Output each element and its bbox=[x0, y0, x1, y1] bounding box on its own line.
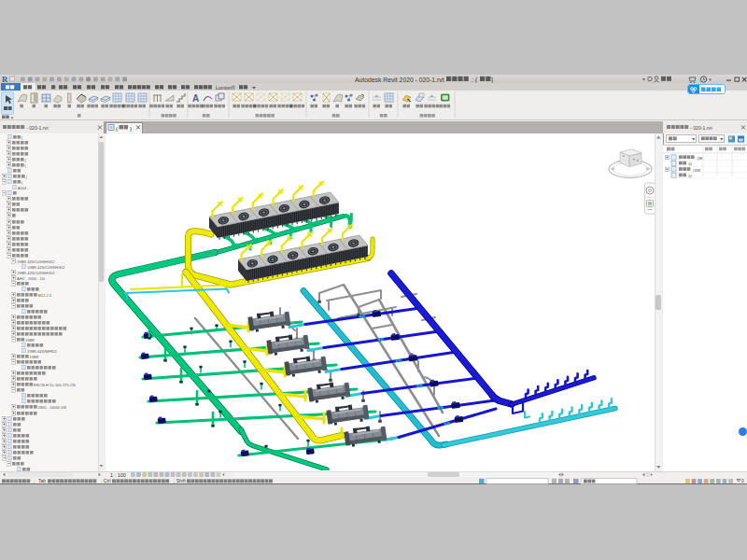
svg-text:(38: (38 bbox=[697, 156, 703, 161]
svg-text:;: ; bbox=[34, 478, 35, 483]
svg-text:}: } bbox=[130, 126, 132, 132]
svg-text:(0: (0 bbox=[688, 161, 692, 166]
svg-text:(0: (0 bbox=[688, 174, 692, 178]
svg-text:; Shift: ; Shift bbox=[174, 478, 186, 483]
svg-text:{: { bbox=[116, 126, 118, 132]
svg-text:0: 0 bbox=[741, 479, 744, 483]
svg-text:Autodesk Revit 2020 - 020-1.rv: Autodesk Revit 2020 - 020-1.rvt - bbox=[355, 77, 448, 83]
svg-text:; Ctrl: ; Ctrl bbox=[101, 478, 111, 483]
svg-text:(189: (189 bbox=[693, 168, 701, 173]
svg-text:1 : 100: 1 : 100 bbox=[110, 472, 126, 478]
svg-text:- 020-1.rvt: - 020-1.rvt bbox=[690, 125, 712, 131]
svg-text:A: A bbox=[192, 93, 199, 104]
svg-text:Tab: Tab bbox=[38, 478, 46, 483]
svg-text:Lumion®: Lumion® bbox=[216, 85, 235, 91]
svg-text:- 020-1.rvt: - 020-1.rvt bbox=[26, 125, 49, 131]
